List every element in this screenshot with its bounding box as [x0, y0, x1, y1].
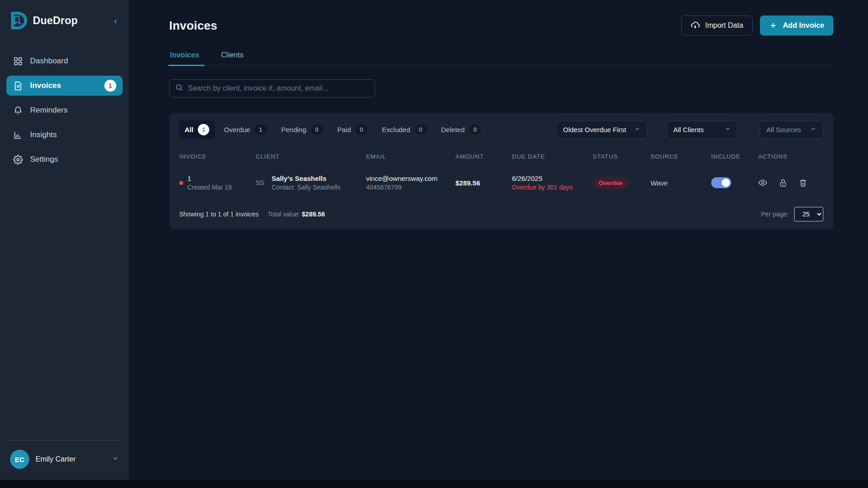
- sidebar-nav: Dashboard Invoices 1: [0, 51, 129, 170]
- table-row[interactable]: 1 Created Mar 19 SS Sally's Seashells Co…: [169, 166, 833, 200]
- client-initials: SS: [256, 179, 264, 186]
- email-cell: vince@ownersway.com 4045676799: [366, 175, 455, 191]
- search-icon: [175, 83, 183, 93]
- filter-tab-label: Overdue: [224, 126, 250, 134]
- source-filter-dropdown[interactable]: All Sources: [760, 121, 823, 139]
- showing-text: Showing 1 to 1 of 1 invoices: [179, 211, 258, 218]
- import-data-button[interactable]: Import Data: [681, 15, 753, 36]
- add-invoice-button[interactable]: Add Invoice: [760, 15, 833, 36]
- header-actions: Import Data Add Invoice: [681, 15, 833, 36]
- filter-tab-deleted[interactable]: Deleted 0: [436, 121, 487, 139]
- client-dropdown-value: All Clients: [673, 126, 704, 134]
- invoices-count-badge: 1: [104, 80, 116, 92]
- app-title: DueDrop: [33, 15, 78, 27]
- sidebar-item-label: Dashboard: [30, 57, 68, 66]
- app-window: DueDrop ‹ Dashboard: [0, 0, 868, 480]
- overdue-dot-icon: [179, 181, 183, 185]
- main-content: Invoices Import Data Add Invoice: [129, 0, 868, 480]
- sidebar-item-label: Insights: [30, 130, 57, 139]
- sort-dropdown[interactable]: Oldest Overdue First: [556, 121, 647, 139]
- status-badge: Overdue: [593, 177, 629, 189]
- filter-tab-label: Deleted: [441, 126, 465, 134]
- chevron-down-icon: [810, 126, 816, 134]
- filter-count-badge: 1: [198, 124, 209, 135]
- overdue-days: Overdue by 301 days: [512, 184, 593, 191]
- grid-icon: [13, 56, 23, 66]
- filter-tab-label: Paid: [337, 126, 351, 134]
- filter-tab-overdue[interactable]: Overdue 1: [218, 121, 272, 139]
- client-name: Sally's Seashells: [272, 175, 341, 182]
- chevron-down-icon: [112, 455, 119, 464]
- tab-clients[interactable]: Clients: [220, 51, 244, 65]
- total-value: $289.56: [302, 211, 325, 218]
- tab-invoices[interactable]: Invoices: [169, 51, 200, 65]
- lock-icon[interactable]: [778, 178, 787, 187]
- sidebar-item-insights[interactable]: Insights: [6, 125, 123, 145]
- sidebar-item-reminders[interactable]: Reminders: [6, 100, 123, 120]
- filter-bar: All 1 Overdue 1 Pending 0 Paid 0: [169, 113, 833, 146]
- column-header-invoice: Invoice: [179, 153, 256, 160]
- sidebar-item-settings[interactable]: Settings: [6, 149, 123, 170]
- table-header-row: Invoice Client Email Amount Due Date Sta…: [169, 147, 833, 166]
- bottom-edge-bar: [0, 480, 868, 488]
- search-box: [169, 79, 375, 98]
- logo-row: DueDrop ‹: [0, 0, 129, 30]
- user-name: Emily Carter: [36, 455, 76, 463]
- cloud-download-icon: [691, 21, 700, 30]
- filter-dropdowns: Oldest Overdue First All Clients All Sou…: [556, 121, 823, 139]
- invoice-number: 1: [187, 175, 232, 182]
- user-menu[interactable]: EC Emily Carter: [0, 450, 129, 473]
- sidebar-item-label: Settings: [30, 155, 58, 164]
- bar-chart-icon: [13, 130, 23, 140]
- invoice-source: Wave: [651, 179, 711, 187]
- column-header-client: Client: [256, 153, 366, 160]
- filter-tab-paid[interactable]: Paid 0: [332, 121, 373, 139]
- total-label: Total value:: [268, 211, 300, 218]
- column-header-amount: Amount: [455, 153, 512, 160]
- plus-icon: [769, 21, 777, 30]
- chevron-down-icon: [724, 126, 731, 134]
- add-invoice-label: Add Invoice: [783, 21, 824, 30]
- sidebar-bottom: EC Emily Carter: [0, 440, 129, 480]
- sidebar-item-invoices[interactable]: Invoices 1: [6, 76, 123, 96]
- per-page-select[interactable]: 25: [794, 207, 823, 221]
- filter-tab-excluded[interactable]: Excluded 0: [377, 121, 432, 139]
- client-email: vince@ownersway.com: [366, 175, 455, 182]
- column-header-source: Source: [651, 153, 711, 160]
- sidebar: DueDrop ‹ Dashboard: [0, 0, 129, 480]
- client-contact: Contact: Sally Seashells: [272, 184, 341, 191]
- column-header-due-date: Due Date: [512, 153, 593, 160]
- column-header-include: Include: [711, 153, 758, 160]
- filter-count-badge: 0: [469, 124, 481, 135]
- sidebar-collapse-icon[interactable]: ‹: [111, 14, 120, 27]
- filter-tab-pending[interactable]: Pending 0: [276, 121, 328, 139]
- per-page-label: Per page:: [761, 211, 789, 218]
- filter-count-badge: 0: [311, 124, 323, 135]
- document-icon: [13, 81, 23, 91]
- invoice-cell: 1 Created Mar 19: [179, 175, 256, 191]
- bell-icon: [13, 105, 23, 115]
- sidebar-item-dashboard[interactable]: Dashboard: [6, 51, 123, 71]
- column-header-email: Email: [366, 153, 455, 160]
- import-data-label: Import Data: [705, 21, 744, 30]
- client-filter-dropdown[interactable]: All Clients: [666, 121, 738, 139]
- filter-tab-label: Excluded: [382, 126, 410, 134]
- filter-tab-all[interactable]: All 1: [179, 120, 215, 139]
- due-date: 6/26/2025: [512, 175, 593, 182]
- filter-count-badge: 0: [415, 124, 427, 135]
- page-tabs: Invoices Clients: [169, 51, 833, 66]
- chevron-down-icon: [634, 126, 641, 134]
- gear-icon: [13, 154, 23, 164]
- include-toggle[interactable]: [711, 177, 731, 188]
- filter-tab-label: Pending: [281, 126, 306, 134]
- page-header: Invoices Import Data Add Invoice: [169, 15, 833, 36]
- search-input[interactable]: [188, 84, 369, 92]
- invoice-amount: $289.56: [455, 179, 512, 187]
- trash-icon[interactable]: [798, 178, 807, 187]
- total-value-wrap: Total value: $289.56: [268, 211, 325, 218]
- status-cell: Overdue: [593, 177, 651, 189]
- view-eye-icon[interactable]: [758, 178, 767, 187]
- sidebar-item-label: Reminders: [30, 106, 67, 115]
- toggle-knob: [722, 179, 730, 187]
- invoices-card: All 1 Overdue 1 Pending 0 Paid 0: [169, 113, 833, 229]
